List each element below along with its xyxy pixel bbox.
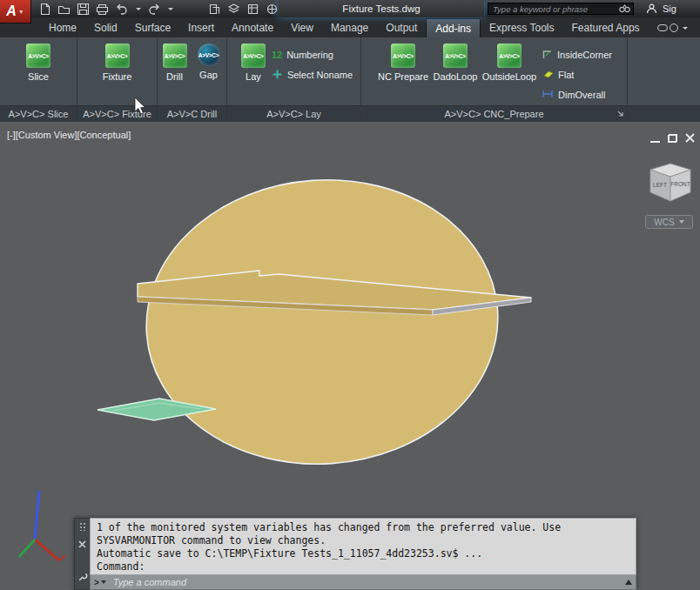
ribbon-panel-cnc-prepare: A>V>C> NC Prepare A>V>C> DadoLoop A>V>C>… bbox=[361, 37, 628, 122]
search-input[interactable] bbox=[491, 3, 619, 15]
insidecorner-label: InsideCorner bbox=[557, 50, 612, 60]
panel-title-text: A>V>C> CNC_Prepare bbox=[444, 109, 543, 119]
flat-label: Flat bbox=[558, 70, 574, 80]
lay-button-label: Lay bbox=[246, 71, 261, 82]
panel-title-slice: A>V>C> Slice bbox=[0, 105, 77, 122]
drawing-window-controls bbox=[643, 131, 695, 146]
numbering-label: Numbering bbox=[286, 50, 333, 60]
viewcube[interactable]: LEFT FRONT bbox=[643, 160, 697, 209]
binoculars-search-icon[interactable] bbox=[619, 1, 630, 17]
dim-overall-icon bbox=[542, 89, 554, 101]
outsideloop-button-label: OutsideLoop bbox=[482, 71, 536, 82]
command-close-icon[interactable] bbox=[78, 536, 86, 552]
document-title[interactable]: Fixture Tests.dwg bbox=[279, 0, 484, 17]
tab-output[interactable]: Output bbox=[377, 18, 426, 37]
new-file-icon[interactable] bbox=[38, 3, 51, 16]
autocad-logo: A bbox=[6, 4, 17, 18]
tab-insert[interactable]: Insert bbox=[179, 18, 223, 37]
drill-button[interactable]: A>V>C> Drill bbox=[158, 39, 192, 82]
help-search-box[interactable] bbox=[488, 3, 634, 15]
numbering-button[interactable]: 12 Numbering bbox=[272, 47, 353, 63]
sheet-set-icon[interactable] bbox=[208, 3, 221, 16]
signin-label[interactable]: Sig bbox=[663, 3, 676, 14]
avc-icon-text: A>V>C> bbox=[28, 53, 48, 59]
tab-express-tools[interactable]: Express Tools bbox=[481, 18, 562, 37]
wcs-dropdown[interactable]: WCS bbox=[645, 215, 693, 229]
command-palette-grip-bar[interactable] bbox=[74, 518, 90, 590]
tab-add-ins[interactable]: Add-ins bbox=[426, 18, 481, 37]
outsideloop-button[interactable]: A>V>C> OutsideLoop bbox=[481, 39, 538, 82]
select-noname-button[interactable]: Select Noname bbox=[272, 67, 353, 83]
viewport-controls-label[interactable]: [-][Custom View][Conceptual] bbox=[7, 130, 131, 140]
slice-button[interactable]: A>V>C> Slice bbox=[14, 39, 63, 82]
dimoverall-button[interactable]: DimOverall bbox=[542, 87, 612, 103]
fixture-button[interactable]: A>V>C> Fixture bbox=[93, 39, 142, 82]
avc-dadoloop-icon: A>V>C> bbox=[443, 44, 468, 68]
disc-solid[interactable] bbox=[137, 168, 508, 475]
nc-prepare-button-label: NC Prepare bbox=[378, 71, 428, 82]
command-history-toggle-icon[interactable] bbox=[625, 580, 632, 585]
save-icon[interactable] bbox=[77, 3, 90, 16]
ucs-axis-icon bbox=[12, 486, 75, 569]
ucs-y-axis bbox=[19, 540, 35, 557]
panel-title-cnc-prepare: A>V>C> CNC_Prepare bbox=[361, 105, 627, 122]
insidecorner-button[interactable]: InsideCorner bbox=[542, 47, 612, 63]
drill-button-label: Drill bbox=[166, 71, 183, 82]
avc-nc-prepare-icon: A>V>C> bbox=[391, 44, 415, 68]
ribbon-toggle-caret-icon bbox=[683, 27, 688, 30]
tab-solid[interactable]: Solid bbox=[85, 18, 126, 37]
nc-prepare-button[interactable]: A>V>C> NC Prepare bbox=[376, 39, 430, 82]
command-customize-icon[interactable] bbox=[77, 570, 88, 586]
plot-icon[interactable] bbox=[96, 3, 109, 16]
tab-manage[interactable]: Manage bbox=[322, 18, 377, 37]
redo-dropdown-icon[interactable] bbox=[168, 8, 173, 10]
app-menu-caret-icon: ▼ bbox=[18, 9, 24, 15]
panel-title-fixture: A>V>C> Fixture bbox=[77, 105, 157, 122]
ribbon-display-toggle[interactable] bbox=[657, 18, 688, 37]
palette-grip-icon[interactable] bbox=[79, 522, 86, 531]
ucs-x-tick bbox=[59, 555, 65, 560]
tab-featured-apps[interactable]: Featured Apps bbox=[563, 18, 649, 37]
undo-icon[interactable] bbox=[115, 3, 129, 16]
ribbon-panel-lay: A>V>C> Lay 12 Numbering Select Noname bbox=[227, 37, 361, 122]
gap-button[interactable]: A>V>C> Gap bbox=[192, 39, 226, 80]
workspace-icon[interactable] bbox=[266, 3, 279, 16]
flat-icon bbox=[542, 69, 554, 81]
application-menu-button[interactable]: A ▼ bbox=[0, 0, 31, 23]
tab-view[interactable]: View bbox=[282, 18, 322, 37]
tab-home[interactable]: Home bbox=[40, 18, 85, 37]
open-folder-icon[interactable] bbox=[57, 3, 71, 16]
properties-icon[interactable] bbox=[246, 3, 259, 16]
select-noname-label: Select Noname bbox=[287, 70, 353, 80]
select-plus-icon bbox=[272, 69, 283, 82]
redo-icon[interactable] bbox=[147, 3, 161, 16]
command-input[interactable] bbox=[111, 576, 620, 588]
avc-lay-icon: A>V>C> bbox=[241, 44, 266, 68]
avc-drill-icon: A>V>C> bbox=[163, 44, 187, 68]
dadoloop-button[interactable]: A>V>C> DadoLoop bbox=[430, 39, 481, 82]
command-line-palette[interactable]: 1 of the monitored system variables has … bbox=[74, 518, 636, 590]
close-icon[interactable] bbox=[685, 131, 695, 146]
command-history: 1 of the monitored system variables has … bbox=[90, 518, 636, 575]
lay-button[interactable]: A>V>C> Lay bbox=[235, 39, 272, 82]
tab-annotate[interactable]: Annotate bbox=[223, 18, 282, 37]
ucs-x-axis bbox=[35, 540, 59, 560]
wcs-label: WCS bbox=[654, 218, 674, 227]
minimize-icon[interactable] bbox=[650, 135, 660, 143]
drawing-viewport[interactable]: [-][Custom View][Conceptual] L bbox=[0, 122, 700, 590]
flat-button[interactable]: Flat bbox=[542, 67, 612, 83]
command-prompt-icon[interactable]: > bbox=[94, 578, 106, 587]
undo-dropdown-icon[interactable] bbox=[136, 8, 141, 10]
command-input-row[interactable]: > bbox=[90, 575, 636, 590]
recent-commands-caret-icon bbox=[101, 580, 106, 584]
tab-surface[interactable]: Surface bbox=[126, 18, 179, 37]
autodesk-account-icon[interactable] bbox=[646, 3, 657, 16]
wcs-caret-icon bbox=[679, 220, 684, 224]
ribbon-tab-row: Home Solid Surface Insert Annotate View … bbox=[0, 17, 700, 37]
avc-gap-icon: A>V>C> bbox=[198, 44, 220, 66]
restore-icon[interactable] bbox=[668, 134, 677, 143]
command-history-line: 1 of the monitored system variables has … bbox=[97, 521, 629, 534]
layer-panel-icon[interactable] bbox=[227, 3, 240, 16]
avc-fixture-icon: A>V>C> bbox=[105, 44, 130, 68]
panel-launcher-icon[interactable] bbox=[617, 109, 624, 119]
